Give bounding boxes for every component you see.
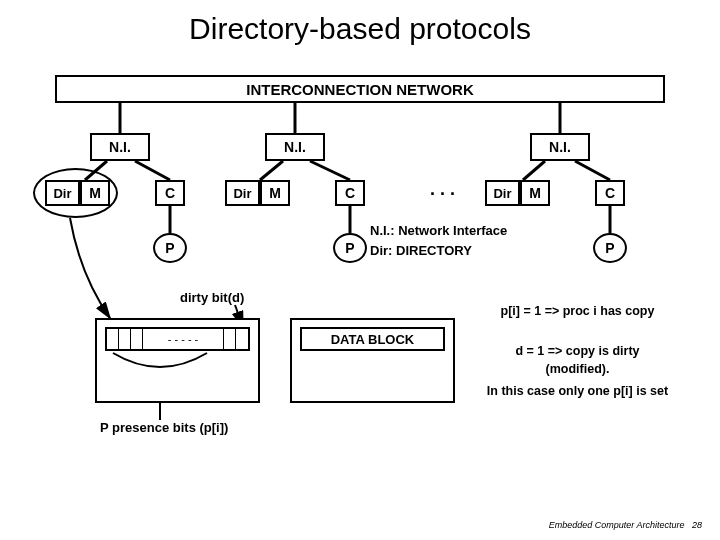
ni-box-3: N.I. <box>530 133 590 161</box>
note-d: d = 1 => copy is dirty (modified). <box>485 343 670 378</box>
footer-text: Embedded Computer Architecture <box>549 520 685 530</box>
m-box-3: M <box>520 180 550 206</box>
c-box-3: C <box>595 180 625 206</box>
presence-curve <box>110 351 210 379</box>
svg-text:. . .: . . . <box>430 179 455 199</box>
data-block-inner-box: DATA BLOCK <box>300 327 445 351</box>
svg-line-6 <box>310 161 350 180</box>
footer: Embedded Computer Architecture 28 <box>549 520 702 530</box>
dir-box-3: Dir <box>485 180 520 206</box>
svg-line-4 <box>135 161 170 180</box>
c-box-2: C <box>335 180 365 206</box>
p-circle-3: P <box>593 233 627 263</box>
p-circle-2: P <box>333 233 367 263</box>
note-case: In this case only one p[i] is set <box>485 383 670 401</box>
svg-line-8 <box>575 161 610 180</box>
c-box-1: C <box>155 180 185 206</box>
m-box-1: M <box>80 180 110 206</box>
diagram-area: . . . INTERCONNECTION NETWORK N.I. N.I. … <box>35 75 675 495</box>
page-number: 28 <box>692 520 702 530</box>
ni-box-2: N.I. <box>265 133 325 161</box>
presence-bits-row: - - - - - <box>105 327 250 351</box>
interconnection-network-box: INTERCONNECTION NETWORK <box>55 75 665 103</box>
dirty-bit-label: dirty bit(d) <box>180 290 244 305</box>
note-pi: p[i] = 1 => proc i has copy <box>485 303 670 321</box>
svg-line-5 <box>260 161 283 180</box>
dir-box-1: Dir <box>45 180 80 206</box>
ni-box-1: N.I. <box>90 133 150 161</box>
svg-line-7 <box>523 161 545 180</box>
ni-legend: N.I.: Network Interface <box>370 223 507 238</box>
dir-legend: Dir: DIRECTORY <box>370 243 472 258</box>
dir-box-2: Dir <box>225 180 260 206</box>
slide-title: Directory-based protocols <box>0 12 720 46</box>
p-circle-1: P <box>153 233 187 263</box>
m-box-2: M <box>260 180 290 206</box>
presence-label: P presence bits (p[i]) <box>100 420 228 435</box>
